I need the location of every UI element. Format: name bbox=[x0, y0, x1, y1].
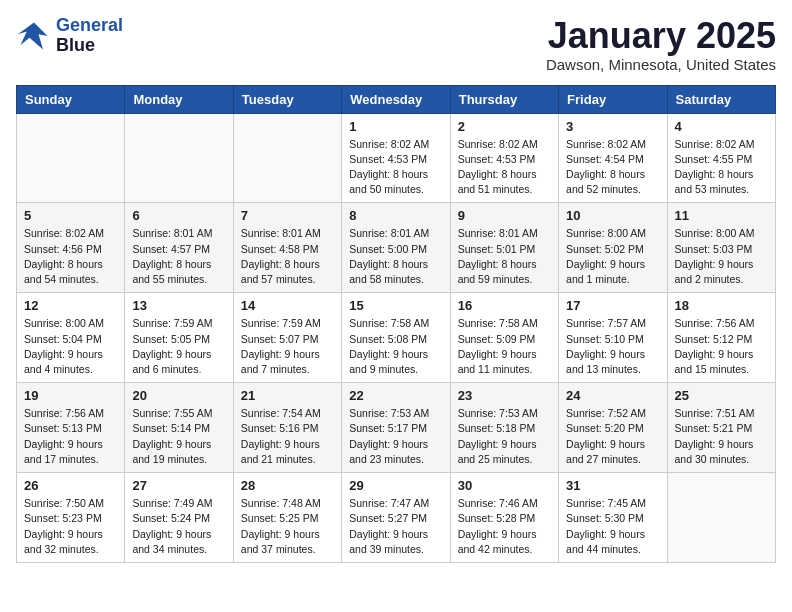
calendar-cell: 4Sunrise: 8:02 AM Sunset: 4:55 PM Daylig… bbox=[667, 113, 775, 203]
day-number: 12 bbox=[24, 298, 117, 313]
calendar-cell: 23Sunrise: 7:53 AM Sunset: 5:18 PM Dayli… bbox=[450, 383, 558, 473]
calendar-week-row: 5Sunrise: 8:02 AM Sunset: 4:56 PM Daylig… bbox=[17, 203, 776, 293]
calendar-cell: 30Sunrise: 7:46 AM Sunset: 5:28 PM Dayli… bbox=[450, 473, 558, 563]
day-number: 8 bbox=[349, 208, 442, 223]
calendar-cell bbox=[125, 113, 233, 203]
logo-icon bbox=[16, 18, 52, 54]
calendar-cell: 17Sunrise: 7:57 AM Sunset: 5:10 PM Dayli… bbox=[559, 293, 667, 383]
day-info: Sunrise: 8:02 AM Sunset: 4:53 PM Dayligh… bbox=[349, 137, 442, 198]
day-info: Sunrise: 7:50 AM Sunset: 5:23 PM Dayligh… bbox=[24, 496, 117, 557]
day-info: Sunrise: 7:59 AM Sunset: 5:05 PM Dayligh… bbox=[132, 316, 225, 377]
day-info: Sunrise: 8:01 AM Sunset: 5:00 PM Dayligh… bbox=[349, 226, 442, 287]
weekday-header: Saturday bbox=[667, 85, 775, 113]
day-info: Sunrise: 8:02 AM Sunset: 4:53 PM Dayligh… bbox=[458, 137, 551, 198]
calendar-cell: 22Sunrise: 7:53 AM Sunset: 5:17 PM Dayli… bbox=[342, 383, 450, 473]
calendar-table: SundayMondayTuesdayWednesdayThursdayFrid… bbox=[16, 85, 776, 563]
day-number: 7 bbox=[241, 208, 334, 223]
calendar-week-row: 1Sunrise: 8:02 AM Sunset: 4:53 PM Daylig… bbox=[17, 113, 776, 203]
day-number: 15 bbox=[349, 298, 442, 313]
calendar-week-row: 26Sunrise: 7:50 AM Sunset: 5:23 PM Dayli… bbox=[17, 473, 776, 563]
day-number: 6 bbox=[132, 208, 225, 223]
day-info: Sunrise: 7:47 AM Sunset: 5:27 PM Dayligh… bbox=[349, 496, 442, 557]
calendar-cell: 15Sunrise: 7:58 AM Sunset: 5:08 PM Dayli… bbox=[342, 293, 450, 383]
day-info: Sunrise: 7:53 AM Sunset: 5:17 PM Dayligh… bbox=[349, 406, 442, 467]
calendar-cell: 1Sunrise: 8:02 AM Sunset: 4:53 PM Daylig… bbox=[342, 113, 450, 203]
day-number: 30 bbox=[458, 478, 551, 493]
weekday-header: Sunday bbox=[17, 85, 125, 113]
calendar-cell: 14Sunrise: 7:59 AM Sunset: 5:07 PM Dayli… bbox=[233, 293, 341, 383]
calendar-cell: 31Sunrise: 7:45 AM Sunset: 5:30 PM Dayli… bbox=[559, 473, 667, 563]
day-number: 10 bbox=[566, 208, 659, 223]
calendar-cell: 29Sunrise: 7:47 AM Sunset: 5:27 PM Dayli… bbox=[342, 473, 450, 563]
day-number: 31 bbox=[566, 478, 659, 493]
day-number: 24 bbox=[566, 388, 659, 403]
day-info: Sunrise: 7:59 AM Sunset: 5:07 PM Dayligh… bbox=[241, 316, 334, 377]
day-info: Sunrise: 8:00 AM Sunset: 5:03 PM Dayligh… bbox=[675, 226, 768, 287]
day-info: Sunrise: 7:58 AM Sunset: 5:08 PM Dayligh… bbox=[349, 316, 442, 377]
day-number: 1 bbox=[349, 119, 442, 134]
weekday-header: Monday bbox=[125, 85, 233, 113]
calendar-cell: 26Sunrise: 7:50 AM Sunset: 5:23 PM Dayli… bbox=[17, 473, 125, 563]
calendar-cell: 24Sunrise: 7:52 AM Sunset: 5:20 PM Dayli… bbox=[559, 383, 667, 473]
calendar-cell: 19Sunrise: 7:56 AM Sunset: 5:13 PM Dayli… bbox=[17, 383, 125, 473]
day-number: 18 bbox=[675, 298, 768, 313]
weekday-header: Friday bbox=[559, 85, 667, 113]
calendar-week-row: 12Sunrise: 8:00 AM Sunset: 5:04 PM Dayli… bbox=[17, 293, 776, 383]
calendar-cell: 28Sunrise: 7:48 AM Sunset: 5:25 PM Dayli… bbox=[233, 473, 341, 563]
location: Dawson, Minnesota, United States bbox=[546, 56, 776, 73]
day-number: 22 bbox=[349, 388, 442, 403]
day-number: 5 bbox=[24, 208, 117, 223]
day-info: Sunrise: 7:56 AM Sunset: 5:13 PM Dayligh… bbox=[24, 406, 117, 467]
calendar-cell: 5Sunrise: 8:02 AM Sunset: 4:56 PM Daylig… bbox=[17, 203, 125, 293]
day-info: Sunrise: 8:00 AM Sunset: 5:04 PM Dayligh… bbox=[24, 316, 117, 377]
svg-marker-0 bbox=[18, 22, 48, 49]
day-info: Sunrise: 8:02 AM Sunset: 4:55 PM Dayligh… bbox=[675, 137, 768, 198]
calendar-cell: 27Sunrise: 7:49 AM Sunset: 5:24 PM Dayli… bbox=[125, 473, 233, 563]
day-info: Sunrise: 8:01 AM Sunset: 4:57 PM Dayligh… bbox=[132, 226, 225, 287]
day-info: Sunrise: 8:02 AM Sunset: 4:56 PM Dayligh… bbox=[24, 226, 117, 287]
calendar-cell bbox=[667, 473, 775, 563]
day-info: Sunrise: 7:49 AM Sunset: 5:24 PM Dayligh… bbox=[132, 496, 225, 557]
calendar-cell: 18Sunrise: 7:56 AM Sunset: 5:12 PM Dayli… bbox=[667, 293, 775, 383]
calendar-cell: 3Sunrise: 8:02 AM Sunset: 4:54 PM Daylig… bbox=[559, 113, 667, 203]
day-info: Sunrise: 8:01 AM Sunset: 4:58 PM Dayligh… bbox=[241, 226, 334, 287]
title-block: January 2025 Dawson, Minnesota, United S… bbox=[546, 16, 776, 73]
day-number: 28 bbox=[241, 478, 334, 493]
logo-text: General Blue bbox=[56, 16, 123, 56]
day-number: 9 bbox=[458, 208, 551, 223]
day-number: 11 bbox=[675, 208, 768, 223]
day-number: 17 bbox=[566, 298, 659, 313]
day-number: 21 bbox=[241, 388, 334, 403]
day-info: Sunrise: 7:46 AM Sunset: 5:28 PM Dayligh… bbox=[458, 496, 551, 557]
day-info: Sunrise: 7:58 AM Sunset: 5:09 PM Dayligh… bbox=[458, 316, 551, 377]
day-number: 23 bbox=[458, 388, 551, 403]
day-number: 25 bbox=[675, 388, 768, 403]
day-number: 29 bbox=[349, 478, 442, 493]
day-info: Sunrise: 7:54 AM Sunset: 5:16 PM Dayligh… bbox=[241, 406, 334, 467]
day-number: 13 bbox=[132, 298, 225, 313]
day-info: Sunrise: 8:01 AM Sunset: 5:01 PM Dayligh… bbox=[458, 226, 551, 287]
weekday-header: Thursday bbox=[450, 85, 558, 113]
weekday-header: Wednesday bbox=[342, 85, 450, 113]
day-info: Sunrise: 7:48 AM Sunset: 5:25 PM Dayligh… bbox=[241, 496, 334, 557]
calendar-cell: 25Sunrise: 7:51 AM Sunset: 5:21 PM Dayli… bbox=[667, 383, 775, 473]
weekday-header: Tuesday bbox=[233, 85, 341, 113]
calendar-cell: 12Sunrise: 8:00 AM Sunset: 5:04 PM Dayli… bbox=[17, 293, 125, 383]
calendar-cell: 6Sunrise: 8:01 AM Sunset: 4:57 PM Daylig… bbox=[125, 203, 233, 293]
day-number: 3 bbox=[566, 119, 659, 134]
calendar-cell bbox=[17, 113, 125, 203]
day-number: 27 bbox=[132, 478, 225, 493]
day-number: 26 bbox=[24, 478, 117, 493]
calendar-cell: 20Sunrise: 7:55 AM Sunset: 5:14 PM Dayli… bbox=[125, 383, 233, 473]
calendar-cell: 21Sunrise: 7:54 AM Sunset: 5:16 PM Dayli… bbox=[233, 383, 341, 473]
day-info: Sunrise: 7:56 AM Sunset: 5:12 PM Dayligh… bbox=[675, 316, 768, 377]
month-title: January 2025 bbox=[546, 16, 776, 56]
calendar-week-row: 19Sunrise: 7:56 AM Sunset: 5:13 PM Dayli… bbox=[17, 383, 776, 473]
calendar-cell: 11Sunrise: 8:00 AM Sunset: 5:03 PM Dayli… bbox=[667, 203, 775, 293]
calendar-header-row: SundayMondayTuesdayWednesdayThursdayFrid… bbox=[17, 85, 776, 113]
calendar-cell: 7Sunrise: 8:01 AM Sunset: 4:58 PM Daylig… bbox=[233, 203, 341, 293]
page-header: General Blue January 2025 Dawson, Minnes… bbox=[16, 16, 776, 73]
day-info: Sunrise: 7:51 AM Sunset: 5:21 PM Dayligh… bbox=[675, 406, 768, 467]
day-number: 16 bbox=[458, 298, 551, 313]
calendar-cell: 8Sunrise: 8:01 AM Sunset: 5:00 PM Daylig… bbox=[342, 203, 450, 293]
